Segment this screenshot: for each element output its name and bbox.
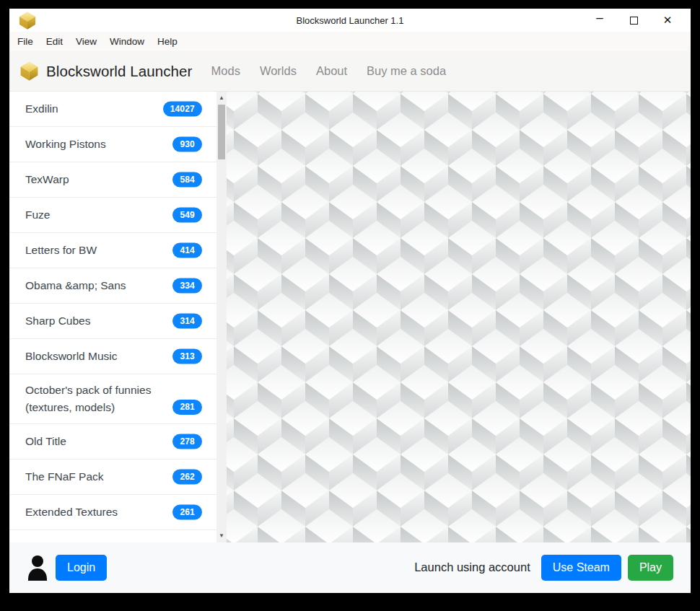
menu-item[interactable]: View: [69, 32, 103, 51]
mod-download-count-badge: 261: [172, 505, 202, 520]
mod-list-item[interactable]: Exdilin 14027: [9, 92, 216, 127]
menu-bar: FileEditViewWindowHelp: [9, 32, 691, 51]
mod-name: Extended Textures: [25, 504, 118, 521]
sidebar-scrollbar[interactable]: ▲ ▼: [216, 92, 227, 542]
mod-list-item[interactable]: Sharp Cubes 314: [9, 304, 216, 339]
mod-list-item[interactable]: Letters for BW 414: [9, 233, 216, 268]
user-silhouette-icon: [27, 555, 48, 581]
mod-download-count-badge: 930: [172, 137, 202, 152]
mod-download-count-badge: 584: [172, 172, 202, 188]
menu-item[interactable]: Window: [103, 32, 151, 51]
mod-download-count-badge: 549: [172, 208, 202, 223]
mod-download-count-badge: 334: [172, 278, 202, 294]
nav-link[interactable]: Worlds: [260, 64, 297, 78]
menu-item[interactable]: Edit: [40, 32, 69, 51]
mod-name: October's pack of funnies (textures, mod…: [25, 382, 160, 416]
mod-name: Sharp Cubes: [25, 312, 90, 330]
scroll-down-icon[interactable]: ▼: [216, 531, 227, 541]
nav-link[interactable]: Mods: [211, 64, 240, 78]
mod-list-item[interactable]: October's pack of funnies (textures, mod…: [9, 374, 216, 424]
maximize-icon: [630, 17, 638, 25]
mod-name: Exdilin: [25, 100, 58, 118]
window-controls: – ✕: [594, 14, 673, 26]
mod-name: The FNaF Pack: [25, 468, 104, 485]
mod-list-sidebar: Exdilin 14027 Working Pistons 930 TexWar…: [9, 92, 216, 542]
brand-cube-icon: [19, 61, 39, 82]
mod-name: Old Title: [25, 433, 66, 450]
use-steam-button[interactable]: Use Steam: [541, 555, 621, 581]
launch-controls: Launch using account Use Steam Play: [414, 555, 673, 581]
header-navbar: Blocksworld Launcher ModsWorldsAboutBuy …: [9, 51, 691, 92]
footer-bar: Login Launch using account Use Steam Pla…: [9, 542, 691, 593]
mod-download-count-badge: 414: [172, 243, 202, 258]
minimize-button[interactable]: –: [594, 12, 605, 24]
mod-download-count-badge: 278: [172, 434, 202, 449]
titlebar: Blocksworld Launcher 1.1 – ✕: [9, 9, 691, 32]
mod-list-item[interactable]: Extended Textures 261: [9, 495, 216, 530]
login-button[interactable]: Login: [56, 555, 107, 581]
brand: Blocksworld Launcher: [19, 61, 193, 82]
mod-list-item[interactable]: Working Pistons 930: [9, 127, 216, 162]
mod-list-item[interactable]: The FNaF Pack 262: [9, 460, 216, 495]
mod-name: Letters for BW: [25, 242, 97, 259]
mod-download-count-badge: 314: [172, 314, 202, 329]
mod-name: Working Pistons: [25, 136, 106, 153]
mod-list-item[interactable]: TexWarp 584: [9, 162, 216, 198]
nav-link[interactable]: Buy me a soda: [367, 64, 446, 78]
scrollbar-thumb[interactable]: [218, 105, 225, 159]
mod-list-item[interactable]: Fuze 549: [9, 198, 216, 233]
main-preview-area: [227, 92, 691, 542]
mod-name: Blocksworld Music: [25, 348, 117, 365]
menu-item[interactable]: Help: [151, 32, 184, 51]
isometric-cubes-background: [227, 92, 691, 542]
launch-using-account-label: Launch using account: [414, 561, 530, 574]
menu-item[interactable]: File: [11, 32, 40, 51]
close-button[interactable]: ✕: [662, 14, 673, 26]
mod-list-item[interactable]: Old Title 278: [9, 424, 216, 460]
nav-links: ModsWorldsAboutBuy me a soda: [211, 64, 447, 78]
mod-download-count-badge: 313: [172, 349, 202, 364]
scroll-up-icon[interactable]: ▲: [216, 93, 227, 103]
mod-name: Obama &amp; Sans: [25, 277, 126, 294]
content-area: Exdilin 14027 Working Pistons 930 TexWar…: [9, 92, 691, 542]
mod-download-count-badge: 262: [172, 470, 202, 485]
maximize-button[interactable]: [628, 14, 639, 26]
mod-download-count-badge: 14027: [163, 102, 202, 117]
brand-title: Blocksworld Launcher: [46, 63, 193, 80]
mod-name: TexWarp: [25, 171, 69, 188]
mod-list-item[interactable]: Blocksworld Music 313: [9, 339, 216, 374]
mod-download-count-badge: 281: [172, 400, 202, 415]
play-button[interactable]: Play: [628, 555, 673, 581]
mod-list-item[interactable]: Obama &amp; Sans 334: [9, 268, 216, 304]
app-window: Blocksworld Launcher 1.1 – ✕ FileEditVie…: [9, 9, 691, 593]
mod-name: Fuze: [25, 206, 50, 224]
nav-link[interactable]: About: [316, 64, 347, 78]
window-title: Blocksworld Launcher 1.1: [9, 15, 691, 26]
